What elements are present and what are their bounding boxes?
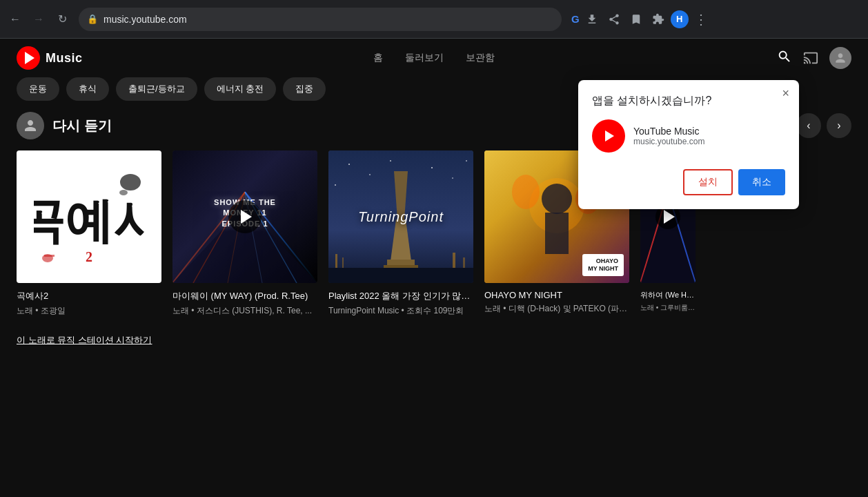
svg-point-17 bbox=[431, 167, 433, 168]
svg-point-15 bbox=[369, 174, 371, 175]
svg-text:2: 2 bbox=[86, 249, 92, 264]
dialog-buttons: 설치 취소 bbox=[592, 169, 785, 195]
svg-text:곡예사: 곡예사 bbox=[34, 195, 144, 248]
bottom-section: 이 노래로 뮤직 스테이션 시작하기 bbox=[0, 317, 868, 347]
profile-circle[interactable]: H bbox=[671, 10, 689, 28]
svg-rect-26 bbox=[335, 254, 337, 268]
dialog-title: 앱을 설치하시겠습니까? bbox=[592, 94, 785, 108]
address-bar[interactable]: 🔒 music.youtube.com bbox=[79, 8, 562, 31]
reload-button[interactable]: ↻ bbox=[52, 10, 72, 29]
download-icon[interactable] bbox=[582, 10, 602, 29]
main-nav: 홈 둘러보기 보관함 bbox=[373, 49, 495, 67]
card-thumb-3: TurningPoint bbox=[328, 150, 473, 283]
card-title-3: Playlist 2022 올해 가장 인기가 많았던 잔잔한 팝송 [60곡] bbox=[328, 290, 473, 302]
dialog-app-row: YouTube Music music.youtube.com bbox=[592, 119, 785, 153]
yt-music-logo[interactable]: Music bbox=[17, 46, 83, 70]
browser-actions: G H ⋮ bbox=[571, 10, 711, 29]
dialog-app-info: YouTube Music music.youtube.com bbox=[633, 126, 704, 146]
card-subtitle-4: 노래 • 디핵 (D-Hack) 및 PATEKO (파테코) bbox=[484, 303, 629, 315]
category-focus[interactable]: 집중 bbox=[283, 77, 326, 101]
cast-icon[interactable] bbox=[803, 50, 818, 66]
search-icon[interactable] bbox=[777, 49, 792, 68]
card-subtitle-3: TurningPoint Music • 조회수 109만회 bbox=[328, 305, 473, 317]
header-right bbox=[777, 47, 851, 69]
card-image-2: SHOW ME THE MONEY 11EPISODE 1 bbox=[172, 150, 317, 283]
svg-point-34 bbox=[542, 184, 572, 214]
section-title: 다시 듣기 bbox=[52, 117, 112, 135]
svg-point-32 bbox=[512, 175, 540, 209]
yt-logo-icon bbox=[17, 46, 40, 70]
svg-rect-27 bbox=[342, 257, 344, 268]
yt-music-app: Music 홈 둘러보기 보관함 운동 휴식 출퇴근/등하교 에너지 충전 집중 bbox=[0, 39, 868, 497]
svg-point-14 bbox=[348, 164, 350, 165]
lock-icon: 🔒 bbox=[87, 14, 98, 24]
install-button[interactable]: 설치 bbox=[683, 169, 733, 195]
svg-rect-25 bbox=[328, 268, 473, 283]
card-gokye2[interactable]: 곡예사 2 곡예사2 노래 • 조광일 bbox=[17, 150, 161, 317]
svg-point-3 bbox=[119, 190, 128, 195]
app-header: Music 홈 둘러보기 보관함 bbox=[0, 39, 868, 77]
dialog-app-url: music.youtube.com bbox=[633, 137, 704, 146]
svg-rect-29 bbox=[463, 257, 465, 268]
category-rest[interactable]: 휴식 bbox=[66, 77, 109, 101]
svg-rect-23 bbox=[387, 260, 415, 265]
card-thumb-2: SHOW ME THE MONEY 11EPISODE 1 bbox=[172, 150, 317, 283]
browser-chrome: ← → ↻ 🔒 music.youtube.com G H ⋮ bbox=[0, 0, 868, 39]
card2-play-btn[interactable] bbox=[228, 200, 262, 233]
forward-button[interactable]: → bbox=[29, 10, 48, 29]
user-avatar[interactable] bbox=[829, 47, 851, 69]
svg-point-18 bbox=[452, 177, 453, 179]
nav-arrows: ‹ › bbox=[796, 113, 851, 138]
svg-point-20 bbox=[335, 184, 336, 186]
svg-rect-35 bbox=[545, 213, 569, 254]
nav-home[interactable]: 홈 bbox=[373, 49, 383, 67]
card-thumb-1: 곡예사 2 bbox=[17, 150, 161, 283]
music-station-link[interactable]: 이 노래로 뮤직 스테이션 시작하기 bbox=[17, 335, 152, 345]
card-image-1: 곡예사 2 bbox=[17, 150, 161, 283]
bookmark-icon[interactable] bbox=[627, 10, 646, 29]
category-energy[interactable]: 에너지 충전 bbox=[204, 77, 277, 101]
section-avatar bbox=[17, 112, 44, 139]
google-icon[interactable]: G bbox=[571, 13, 580, 25]
prev-arrow[interactable]: ‹ bbox=[796, 113, 821, 138]
share-icon[interactable] bbox=[604, 10, 624, 29]
cancel-button[interactable]: 취소 bbox=[738, 169, 785, 195]
card-showmethemoney[interactable]: SHOW ME THE MONEY 11EPISODE 1 마이웨이 (MY W… bbox=[172, 150, 317, 317]
menu-dots-button[interactable]: ⋮ bbox=[691, 10, 711, 29]
yt-logo-text: Music bbox=[46, 51, 83, 66]
next-arrow[interactable]: › bbox=[827, 113, 851, 138]
url-text: music.youtube.com bbox=[103, 14, 553, 25]
dialog-app-icon bbox=[592, 119, 625, 153]
card-title-1: 곡예사2 bbox=[17, 290, 161, 302]
card-turningpoint[interactable]: TurningPoint Playlist 2022 올해 가장 인기가 많았던… bbox=[328, 150, 473, 317]
svg-point-2 bbox=[120, 174, 141, 191]
card-subtitle-1: 노래 • 조광일 bbox=[17, 305, 161, 317]
back-button[interactable]: ← bbox=[6, 10, 25, 29]
svg-rect-28 bbox=[453, 253, 455, 268]
nav-browse[interactable]: 둘러보기 bbox=[405, 49, 444, 67]
card3-label: TurningPoint bbox=[358, 209, 444, 225]
section-title-row: 다시 듣기 bbox=[17, 112, 112, 139]
svg-point-19 bbox=[466, 160, 467, 162]
dialog-close-button[interactable]: × bbox=[782, 87, 789, 99]
svg-rect-5 bbox=[44, 255, 55, 257]
nav-library[interactable]: 보관함 bbox=[466, 49, 495, 67]
card-image-3: TurningPoint bbox=[328, 150, 473, 283]
card-subtitle-5: 노래 • 그루비룸 (Groo bbox=[640, 303, 696, 313]
svg-point-16 bbox=[390, 160, 391, 162]
extensions-icon[interactable] bbox=[649, 10, 668, 29]
card-title-2: 마이웨이 (MY WAY) (Prod. R.Tee) bbox=[172, 290, 317, 302]
card-subtitle-2: 노래 • 저스디스 (JUSTHIS), R. Tee, ... bbox=[172, 305, 317, 317]
card-title-5: 위하여 (We Hig GroovyRoom) bbox=[640, 290, 696, 300]
dialog-app-name: YouTube Music bbox=[633, 126, 704, 137]
category-commute[interactable]: 출퇴근/등하교 bbox=[116, 77, 197, 101]
card4-label: OHAYO MY NIGHT bbox=[582, 254, 624, 276]
card-title-4: OHAYO MY NIGHT bbox=[484, 290, 629, 300]
install-dialog: × 앱을 설치하시겠습니까? YouTube Music music.youtu… bbox=[578, 80, 799, 209]
category-exercise[interactable]: 운동 bbox=[17, 77, 59, 101]
